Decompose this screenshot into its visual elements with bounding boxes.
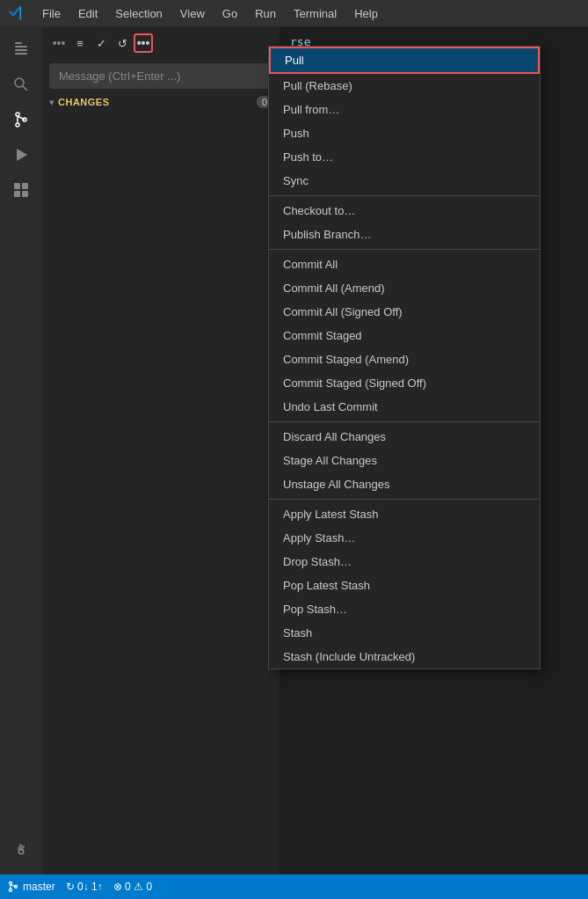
menu-item-pull-from-[interactable]: Pull from… [269, 98, 540, 121]
svg-point-6 [16, 113, 19, 116]
menu-go[interactable]: Go [215, 5, 244, 22]
context-menu: PullPull (Rebase)Pull from…PushPush to…S… [268, 46, 541, 669]
menu-item-undo-last-commit[interactable]: Undo Last Commit [269, 395, 540, 419]
menu-item-pull[interactable]: Pull [269, 47, 540, 74]
svg-rect-14 [14, 191, 20, 197]
svg-point-16 [10, 882, 12, 885]
list-icon[interactable]: ≡ [70, 33, 90, 53]
svg-rect-3 [15, 53, 27, 55]
svg-point-7 [16, 123, 19, 127]
menu-item-stash--include-untracked-[interactable]: Stash (Include Untracked) [269, 645, 540, 669]
more-actions-icon[interactable]: ••• [134, 33, 153, 53]
errors-label: ⊗ 0 ⚠ 0 [113, 881, 152, 893]
status-bar: master ↻ 0↓ 1↑ ⊗ 0 ⚠ 0 [0, 874, 588, 899]
menu-item-commit-all--signed-off-[interactable]: Commit All (Signed Off) [269, 300, 540, 324]
menu-item-discard-all-changes[interactable]: Discard All Changes [269, 425, 540, 449]
sync-status[interactable]: ↻ 0↓ 1↑ [66, 881, 103, 893]
settings-icon[interactable] [5, 836, 37, 867]
menu-separator [269, 499, 540, 500]
menu-file[interactable]: File [35, 5, 68, 22]
ellipsis-icon[interactable]: ••• [49, 33, 69, 53]
menu-run[interactable]: Run [248, 5, 283, 22]
svg-point-17 [10, 889, 12, 892]
menu-item-push[interactable]: Push [269, 121, 540, 145]
menu-item-apply-latest-stash[interactable]: Apply Latest Stash [269, 502, 540, 526]
menu-terminal[interactable]: Terminal [287, 5, 344, 22]
svg-rect-2 [15, 49, 27, 51]
refresh-icon[interactable]: ↺ [113, 33, 132, 53]
menu-help[interactable]: Help [347, 5, 385, 22]
menu-item-stash[interactable]: Stash [269, 621, 540, 645]
svg-rect-13 [22, 183, 28, 189]
menu-item-checkout-to-[interactable]: Checkout to… [269, 199, 540, 223]
svg-rect-15 [22, 191, 28, 197]
svg-rect-1 [15, 46, 27, 48]
menu-item-push-to-[interactable]: Push to… [269, 145, 540, 169]
menu-item-apply-stash-[interactable]: Apply Stash… [269, 526, 540, 550]
vscode-logo [7, 4, 25, 22]
menu-view[interactable]: View [173, 5, 212, 22]
sidebar: ••• ≡ ✓ ↺ ••• Message (Ctrl+Enter ...) ▾… [42, 26, 279, 874]
svg-rect-0 [15, 42, 22, 44]
sync-label: ↻ 0↓ 1↑ [66, 881, 103, 893]
activity-bar [0, 26, 42, 874]
svg-marker-11 [17, 149, 27, 161]
menu-item-publish-branch-[interactable]: Publish Branch… [269, 223, 540, 246]
branch-icon [7, 881, 19, 893]
menu-item-stage-all-changes[interactable]: Stage All Changes [269, 449, 540, 472]
commit-message-input[interactable]: Message (Ctrl+Enter ...) [49, 63, 272, 89]
menu-item-pull--rebase-[interactable]: Pull (Rebase) [269, 74, 540, 98]
extensions-icon[interactable] [5, 174, 37, 206]
menu-item-pop-latest-stash[interactable]: Pop Latest Stash [269, 574, 540, 597]
menu-item-commit-all[interactable]: Commit All [269, 252, 540, 276]
svg-rect-12 [14, 183, 20, 189]
checkmark-icon[interactable]: ✓ [91, 33, 111, 53]
menu-item-commit-staged[interactable]: Commit Staged [269, 324, 540, 347]
menu-separator [269, 421, 540, 422]
menu-item-drop-stash-[interactable]: Drop Stash… [269, 550, 540, 574]
source-control-icon[interactable] [5, 104, 37, 135]
errors-status[interactable]: ⊗ 0 ⚠ 0 [113, 881, 152, 893]
source-control-toolbar: ••• ≡ ✓ ↺ ••• [42, 26, 279, 60]
menu-item-pop-stash-[interactable]: Pop Stash… [269, 597, 540, 621]
menu-separator [269, 249, 540, 250]
menu-separator [269, 195, 540, 196]
menu-selection[interactable]: Selection [108, 5, 169, 22]
menu-bar: File Edit Selection View Go Run Terminal… [0, 0, 588, 26]
search-icon[interactable] [5, 69, 37, 100]
svg-point-4 [15, 78, 24, 87]
menu-item-unstage-all-changes[interactable]: Unstage All Changes [269, 472, 540, 496]
menu-item-commit-all--amend-[interactable]: Commit All (Amend) [269, 276, 540, 300]
branch-name: master [23, 881, 55, 893]
menu-item-commit-staged--signed-off-[interactable]: Commit Staged (Signed Off) [269, 371, 540, 395]
branch-status[interactable]: master [7, 881, 55, 893]
menu-item-sync[interactable]: Sync [269, 169, 540, 193]
changes-section-header[interactable]: ▾ CHANGES 0 [42, 92, 279, 112]
svg-line-5 [23, 86, 27, 91]
explorer-icon[interactable] [5, 33, 37, 65]
menu-item-commit-staged--amend-[interactable]: Commit Staged (Amend) [269, 347, 540, 371]
changes-label: CHANGES [58, 97, 257, 107]
run-debug-icon[interactable] [5, 139, 37, 171]
menu-edit[interactable]: Edit [71, 5, 105, 22]
